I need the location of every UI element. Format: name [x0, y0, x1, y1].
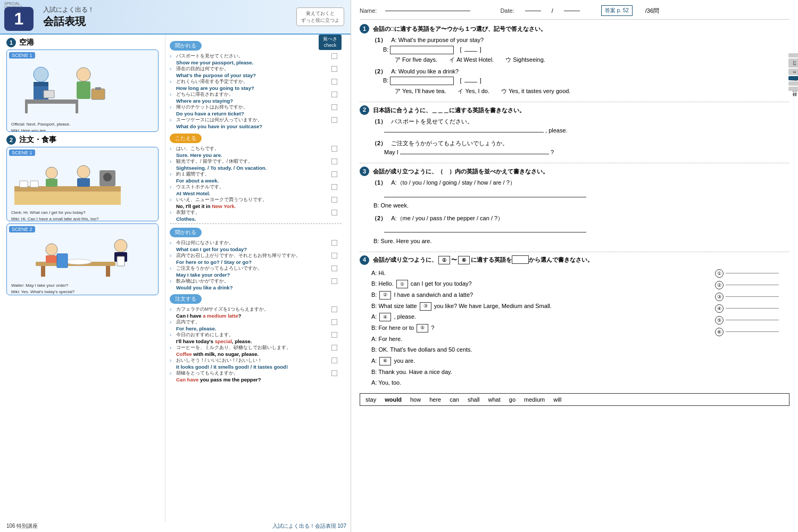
- right-header: Name: Date: / 答案 p. 52 /36問: [360, 5, 789, 20]
- ex3-title: 3 会話が成り立つように、（ ）内の英語を並べかえて書きなさい。: [360, 167, 789, 176]
- exercise-1: 1 会話の□に適する英語をア〜ウから１つ選び、記号で答えなさい。 （1） A: …: [360, 24, 789, 96]
- checkbox-h24[interactable]: [331, 278, 337, 284]
- ex3-b1: B: One week.: [371, 201, 789, 211]
- checkbox-o4[interactable]: [331, 345, 337, 351]
- ex2-prefix2: May I: [384, 149, 400, 155]
- header: SPECIAL COURSES 1 入試によく出る！ 会話表現 覚えておくと ず…: [0, 0, 351, 35]
- tab-1[interactable]: 総復習編: [788, 53, 798, 57]
- ex3-b2: B: Sure. Here you are.: [371, 237, 789, 246]
- section1-title: 1 空港: [6, 38, 159, 47]
- checkbox-o2[interactable]: [331, 319, 337, 325]
- checkbox-h23[interactable]: [331, 265, 337, 271]
- svg-point-17: [77, 165, 90, 178]
- section1-num: 1: [6, 38, 16, 47]
- h2-phrase-4: › 飲み物はいかがですか。 Would you like a drink?: [170, 278, 342, 290]
- checkbox-h22[interactable]: [331, 253, 337, 259]
- wb-10: will: [553, 396, 561, 403]
- tab-3[interactable]: 3年編: [788, 69, 798, 75]
- svg-point-0: [34, 67, 48, 82]
- box-1[interactable]: ①: [396, 280, 408, 288]
- ex1-instruction: 会話の□に適する英語をア〜ウから１つ選び、記号で答えなさい。: [373, 26, 546, 32]
- checkbox-o5[interactable]: [331, 358, 337, 363]
- ans-phrase-2: › 観光です。/ 留学です。/ 休暇です。 Sightseeing. / To …: [170, 159, 342, 171]
- checkbox-o6[interactable]: [331, 370, 337, 376]
- scene2-box: SCENE 1 C: [6, 147, 159, 221]
- box-2[interactable]: ②: [379, 291, 391, 300]
- checkbox-a2[interactable]: [331, 159, 337, 164]
- ex1-answer2[interactable]: [390, 77, 454, 85]
- check-button[interactable]: 覚べき check: [319, 35, 342, 50]
- ans-line-4: ④: [715, 304, 789, 313]
- wb-1: stay: [365, 396, 376, 403]
- ex2-suffix2: ?: [551, 149, 554, 155]
- scene2-illustration: [9, 157, 153, 207]
- d-line-4: B: What size latte ③ you like? We have L…: [371, 301, 710, 311]
- box-3[interactable]: ③: [420, 302, 431, 311]
- answer-num-lines: ① ② ③ ④ ⑤: [715, 269, 789, 389]
- checkbox-6[interactable]: [331, 117, 337, 123]
- word-bank: stay would how here can shall what go me…: [360, 393, 789, 406]
- checkbox-1[interactable]: [331, 53, 337, 59]
- ex3-item1: （1） A:（to / you / long / going / stay / …: [371, 178, 789, 211]
- box-6[interactable]: ⑥: [379, 357, 391, 365]
- ex4-instruction: 会話が成り立つように、①〜⑥に適する英語を から選んで書きなさい。: [373, 256, 593, 263]
- ex1-choices1: ア For five days. イ At West Hotel. ウ Sigh…: [395, 55, 789, 65]
- svg-rect-5: [92, 89, 105, 99]
- memo-box: 覚えておくと ずっと役に立つよ: [296, 7, 344, 26]
- phrase-2: › 滞在の目的は何ですか。 What's the purpose of your…: [170, 66, 342, 78]
- page-num-right: 入試によく出る！会話表現 107: [272, 522, 346, 530]
- ex2-num: 2: [360, 105, 369, 115]
- ex2-suffix1: , please.: [545, 127, 568, 134]
- d-line-11: A: You, too.: [371, 378, 710, 388]
- checkbox-4[interactable]: [331, 92, 337, 97]
- checkbox-h21[interactable]: [331, 240, 337, 246]
- ex1-item1: （1） A: What's the purpose of your stay? …: [371, 36, 789, 65]
- checkbox-a3[interactable]: [331, 171, 337, 177]
- divider-ex12: [360, 102, 789, 102]
- checkbox-o1[interactable]: [331, 306, 337, 312]
- box-5[interactable]: ⑤: [417, 324, 428, 332]
- scene1-text: Official: Next. Passport, please. Miki: …: [9, 120, 156, 132]
- checkbox-a6[interactable]: [331, 210, 337, 215]
- checkbox-5[interactable]: [331, 104, 337, 110]
- ans-line-6: ⑥: [715, 328, 789, 336]
- checkbox-2[interactable]: [331, 66, 337, 72]
- wb-8: go: [509, 396, 516, 403]
- checkbox-a5[interactable]: [331, 197, 337, 203]
- phrase-4: › どちらに滞在されますか。 Where are you staying?: [170, 92, 342, 104]
- scene3-label: SCENE 2: [9, 226, 35, 232]
- ex1-answer1[interactable]: [390, 46, 454, 54]
- tab-4[interactable]: 特別講座: [788, 76, 798, 80]
- ex2-title: 2 日本語に合うように、＿＿＿に適する英語を書きなさい。: [360, 105, 789, 115]
- o-phrase-2: › 店内です。 For here, please.: [170, 319, 342, 331]
- checkbox-o3[interactable]: [331, 332, 337, 338]
- svg-rect-16: [30, 181, 38, 187]
- d-line-7: A: For here.: [371, 334, 710, 344]
- d-line-1: A: Hi.: [371, 268, 710, 278]
- tab-2[interactable]: 1・2年編: [788, 59, 798, 68]
- ans-phrase-4: › ウエストホテルです。 At West Hotel.: [170, 184, 342, 196]
- page-num-left: 106 特別講座: [6, 522, 38, 530]
- scene3-illustration: [9, 232, 153, 280]
- heard-phrases-1: › パスポートを見せてください。 Show me your passport, …: [165, 53, 346, 129]
- scene3-box: SCENE 2: [6, 223, 159, 295]
- wb-2: would: [385, 396, 402, 403]
- checkbox-3[interactable]: [331, 79, 337, 85]
- box-4[interactable]: ④: [379, 313, 391, 321]
- title-area: 入試によく出る！ 会話表現: [43, 5, 94, 29]
- title-main: 会話表現: [43, 14, 94, 29]
- tab-6[interactable]: 付録: [788, 87, 798, 91]
- ans-phrase-3: › 約１週間です。 For about a week.: [170, 171, 342, 184]
- svg-rect-15: [20, 181, 28, 187]
- title-subtitle: 入試によく出る！: [43, 5, 94, 14]
- svg-rect-29: [46, 255, 57, 263]
- ans-line-1: ①: [715, 269, 789, 278]
- sidebar-tabs: 総復習編 1・2年編 3年編 特別講座 入試問題編 付録: [788, 53, 798, 91]
- o-phrase-4: › コーヒーを、ミルクあり、砂糖なしでお願いします。 Coffee with m…: [170, 345, 342, 357]
- svg-rect-4: [77, 81, 90, 99]
- tab-5[interactable]: 入試問題編: [788, 81, 798, 86]
- checkbox-a4[interactable]: [331, 184, 337, 190]
- svg-rect-10: [44, 90, 54, 98]
- checkbox-a1[interactable]: [331, 146, 337, 152]
- svg-rect-23: [106, 266, 110, 277]
